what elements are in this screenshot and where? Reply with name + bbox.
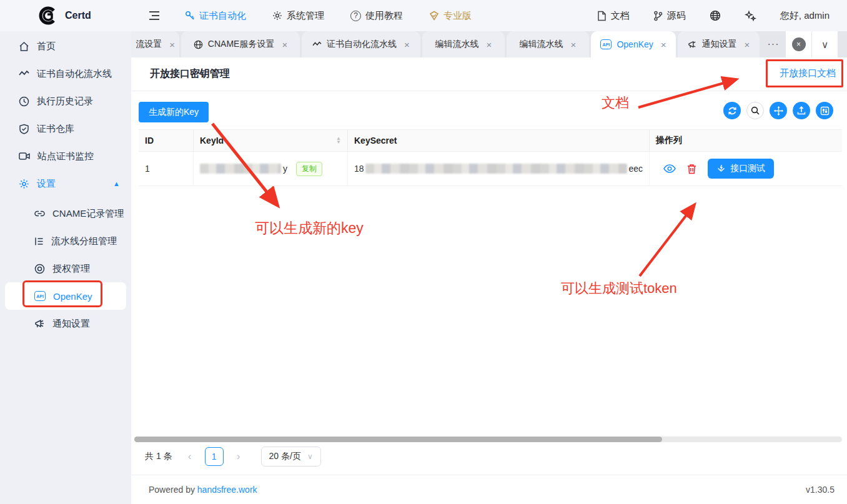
sidebar-item-auth-management[interactable]: 授权管理 <box>0 255 131 282</box>
close-icon[interactable]: × <box>661 39 666 50</box>
sidebar-item-cname-records[interactable]: CNAME记录管理 <box>0 200 131 227</box>
user-greeting[interactable]: 您好, admin <box>780 10 830 22</box>
view-eye-icon[interactable] <box>663 164 676 173</box>
open-api-doc-link[interactable]: 开放接口文档 <box>780 67 836 79</box>
chevron-down-icon: ∨ <box>821 39 829 51</box>
horizontal-scrollbar-thumb[interactable] <box>134 437 662 442</box>
tab-notification-settings[interactable]: 通知设置 × <box>678 31 760 57</box>
horizontal-scrollbar-track[interactable] <box>134 437 842 442</box>
main-content: 开放接口密钥管理 开放接口文档 生成新的Key <box>131 57 847 504</box>
menu-tutorial[interactable]: ? 使用教程 <box>350 10 403 22</box>
top-menu: 证书自动化 系统管理 ? 使用教程 专业版 <box>185 10 472 22</box>
close-icon[interactable]: × <box>745 39 750 50</box>
gear-icon <box>272 11 282 21</box>
brand-name: Certd <box>65 10 91 21</box>
pagination: 共 1 条 ‹ 1 › 20 条/页 ∨ <box>145 446 321 467</box>
refresh-button[interactable] <box>723 102 741 119</box>
tab-edit-pipeline-1[interactable]: 编辑流水线 × <box>422 31 505 57</box>
close-icon[interactable]: × <box>404 39 410 50</box>
chevron-up-icon: ▲ <box>113 180 120 187</box>
redacted-keysecret <box>365 164 628 174</box>
pagination-total: 共 1 条 <box>145 451 172 462</box>
source-code-link[interactable]: 源码 <box>653 10 686 22</box>
delete-trash-icon[interactable] <box>687 164 696 174</box>
refresh-icon <box>728 106 737 116</box>
close-all-tabs-button[interactable]: × <box>785 31 811 57</box>
copy-button[interactable]: 复制 <box>296 162 322 176</box>
sidebar-item-notifications[interactable]: 通知设置 <box>0 310 131 337</box>
sidebar-collapse-icon[interactable] <box>149 11 160 21</box>
sidebar-item-home[interactable]: 首页 <box>0 32 131 60</box>
brand[interactable]: Certd <box>0 6 131 25</box>
api-icon: API <box>34 291 46 301</box>
column-header-keyid[interactable]: KeyId ▲▼ <box>194 130 348 151</box>
sort-icon[interactable]: ▲▼ <box>336 137 341 144</box>
menu-label: 使用教程 <box>365 10 403 22</box>
sidebar-item-settings[interactable]: 设置 ▲ <box>0 170 131 197</box>
sidebar-item-pipeline-groups[interactable]: 流水线分组管理 <box>0 227 131 255</box>
tab-edit-pipeline-2[interactable]: 编辑流水线 × <box>507 31 589 57</box>
menu-label: 专业版 <box>443 10 472 22</box>
close-icon[interactable]: × <box>487 39 492 50</box>
sidebar-item-label: 首页 <box>37 41 56 52</box>
tab-dropdown-button[interactable]: ∨ <box>811 31 838 57</box>
close-icon[interactable]: × <box>571 39 577 50</box>
table-toolbar-icons <box>723 102 833 119</box>
next-page-button[interactable]: › <box>232 451 245 462</box>
language-globe-icon[interactable] <box>710 10 721 21</box>
docs-link[interactable]: 文档 <box>597 10 630 22</box>
move-button[interactable] <box>770 102 787 119</box>
tab-openkey[interactable]: API OpenKey × <box>591 31 676 57</box>
sidebar-item-site-monitor[interactable]: 站点证书监控 <box>0 142 131 170</box>
menu-system-settings[interactable]: 系统管理 <box>272 10 324 22</box>
sidebar-item-history[interactable]: 执行历史记录 <box>0 87 131 115</box>
page-number-1[interactable]: 1 <box>205 447 224 466</box>
history-clock-icon <box>19 96 29 107</box>
api-test-button[interactable]: 接口测试 <box>708 159 774 179</box>
tab-label: OpenKey <box>617 39 653 49</box>
tab-more-button[interactable]: ··· <box>761 31 785 57</box>
link-label: 源码 <box>667 10 686 22</box>
search-button[interactable] <box>746 102 764 119</box>
redacted-keyid <box>200 164 281 174</box>
column-header-operations: 操作列 <box>650 130 842 151</box>
api-icon: API <box>600 39 612 49</box>
close-icon[interactable]: × <box>282 39 287 50</box>
sidebar-item-cert-store[interactable]: 证书仓库 <box>0 115 131 142</box>
megaphone-icon <box>688 41 697 49</box>
link-icon <box>34 210 45 217</box>
tab-label: 证书自动化流水线 <box>327 39 397 50</box>
sidebar-item-label: 流水线分组管理 <box>51 235 117 247</box>
cell-keyid: y 复制 <box>194 152 348 185</box>
menu-pro-edition[interactable]: 专业版 <box>429 10 472 22</box>
export-button[interactable] <box>793 102 810 119</box>
footer: Powered by handsfree.work v1.30.5 <box>131 475 847 504</box>
chevron-down-icon: ∨ <box>307 452 313 461</box>
prev-page-button[interactable]: ‹ <box>184 451 196 462</box>
cell-id: 1 <box>139 152 194 185</box>
tab-truncated[interactable]: 流设置 × <box>131 31 179 57</box>
close-icon[interactable]: × <box>169 39 175 50</box>
tab-cname-service[interactable]: CNAME服务设置 × <box>181 31 300 57</box>
sidebar-item-label: 证书自动化流水线 <box>37 68 112 80</box>
page-size-select[interactable]: 20 条/页 ∨ <box>261 447 321 467</box>
app-window: Certd 证书自动化 系统管理 ? 使用教程 <box>0 0 847 504</box>
page-title: 开放接口密钥管理 <box>150 67 230 81</box>
menu-cert-automation[interactable]: 证书自动化 <box>185 10 246 22</box>
secret-prefix: 18 <box>354 164 364 174</box>
link-label: 文档 <box>611 10 630 22</box>
sidebar-item-pipelines[interactable]: 证书自动化流水线 <box>0 60 131 87</box>
page-header: 开放接口密钥管理 开放接口文档 <box>131 57 847 91</box>
sidebar-item-openkey[interactable]: API OpenKey <box>5 282 126 310</box>
generate-key-button[interactable]: 生成新的Key <box>139 102 209 122</box>
handsfree-link[interactable]: handsfree.work <box>197 485 257 495</box>
openkey-table: ID KeyId ▲▼ KeySecret 操作列 1 y 复制 18 <box>139 129 842 186</box>
sparkles-icon[interactable] <box>745 10 756 22</box>
column-settings-button[interactable] <box>816 102 833 119</box>
close-circle-icon: × <box>792 37 806 51</box>
column-header-id: ID <box>139 130 194 151</box>
page-size-value: 20 条/页 <box>269 451 301 462</box>
tab-cert-pipelines[interactable]: 证书自动化流水线 × <box>302 31 420 57</box>
search-icon <box>751 106 760 115</box>
column-header-keysecret: KeySecret <box>348 130 650 151</box>
